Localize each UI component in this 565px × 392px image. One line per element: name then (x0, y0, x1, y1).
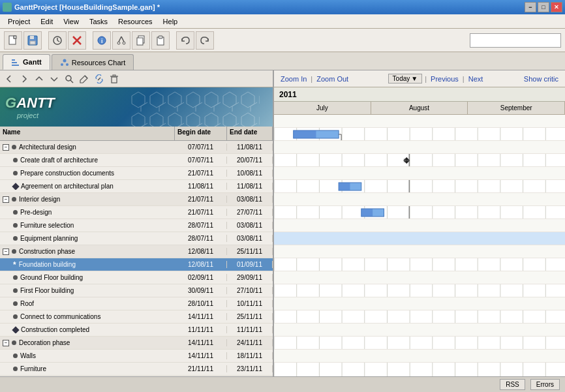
table-row[interactable]: Roof 28/10/11 10/11/11 (0, 297, 273, 310)
zoom-out-button[interactable]: Zoom Out (315, 75, 350, 83)
gantt-row[interactable] (274, 219, 565, 232)
expand-icon[interactable] (3, 196, 9, 203)
paste-button[interactable] (151, 31, 170, 50)
nav-down-button[interactable] (48, 72, 61, 85)
table-row[interactable]: Pre-design 21/07/11 27/07/11 (0, 206, 273, 219)
gantt-row[interactable] (274, 128, 565, 141)
task-begin-date: 21/11/11 (175, 365, 227, 372)
gantt-row[interactable] (274, 284, 565, 297)
task-dot (13, 367, 18, 371)
previous-button[interactable]: Previous (429, 75, 460, 83)
table-row[interactable]: Connect to communications 14/11/11 25/11… (0, 310, 273, 324)
task-name-label: Furniture selection (20, 222, 74, 229)
task-begin-date: 21/07/11 (175, 170, 227, 177)
next-button[interactable]: Next (467, 75, 485, 83)
menu-view[interactable]: View (58, 16, 84, 27)
delete-task-button[interactable] (108, 72, 121, 85)
svg-rect-4 (30, 41, 35, 44)
task-begin-date: 14/11/11 (175, 313, 227, 320)
nav-prev-button[interactable] (3, 72, 16, 85)
task-end-date: 03/08/11 (227, 222, 273, 229)
titlebar-left: GanttProject [HouseBuildingSample.gan] * (3, 3, 160, 12)
menu-edit[interactable]: Edit (35, 16, 58, 27)
show-critical-button[interactable]: Show critic (523, 75, 560, 83)
gantt-row[interactable] (274, 141, 565, 154)
gantt-row[interactable] (274, 245, 565, 258)
menu-help[interactable]: Help (158, 16, 183, 27)
maximize-button[interactable]: □ (538, 2, 549, 12)
minimize-button[interactable]: − (525, 2, 536, 12)
gantt-row[interactable] (274, 271, 565, 284)
redo-button[interactable] (196, 31, 214, 50)
gantt-row[interactable] (274, 115, 565, 128)
cut-button[interactable] (112, 31, 130, 50)
task-dot (12, 340, 16, 345)
errors-button[interactable]: Errors (530, 379, 560, 390)
gantt-row[interactable] (274, 324, 565, 337)
task-name-label: Agreement on architectural plan (21, 183, 114, 190)
table-row[interactable]: Decoration phase 14/11/11 24/11/11 (0, 337, 273, 350)
gantt-row[interactable] (274, 154, 565, 167)
search-input[interactable] (470, 33, 561, 48)
task-name-label: Walls (20, 352, 36, 359)
save-button[interactable] (23, 31, 42, 50)
svg-line-14 (119, 37, 121, 42)
table-row[interactable]: Equipment planning 28/07/11 03/08/11 (0, 232, 273, 245)
gantt-row[interactable] (274, 167, 565, 180)
table-row[interactable]: Construction phase 12/08/11 25/11/11 (0, 245, 273, 258)
delete-button[interactable] (68, 31, 86, 50)
edit-button[interactable] (78, 72, 91, 85)
table-row[interactable]: Construction completed 11/11/11 11/11/11 (0, 324, 273, 337)
resources-tab-icon (60, 58, 69, 67)
link-button[interactable] (93, 72, 106, 85)
table-row[interactable]: Furniture selection 28/07/11 03/08/11 (0, 219, 273, 232)
new-button[interactable] (4, 31, 22, 50)
table-row[interactable]: Architectural design 07/07/11 11/08/11 (0, 141, 273, 154)
gantt-row[interactable] (274, 310, 565, 324)
task-end-date: 10/08/11 (227, 170, 273, 177)
gantt-row[interactable] (274, 258, 565, 271)
task-name-label: Construction phase (19, 248, 75, 255)
nav-next-button[interactable] (18, 72, 31, 85)
table-row[interactable]: Interior design 21/07/11 03/08/11 (0, 193, 273, 206)
nav-up-button[interactable] (33, 72, 46, 85)
tab-resources-chart[interactable]: Resources Chart (52, 54, 134, 70)
tab-gantt[interactable]: Gantt (3, 54, 50, 70)
table-row[interactable]: Walls 14/11/11 18/11/11 (0, 350, 273, 363)
menu-project[interactable]: Project (3, 16, 35, 27)
gantt-row[interactable] (274, 297, 565, 310)
gantt-toolbar: Zoom In | Zoom Out Today ▼ | Previous | … (274, 70, 565, 87)
today-button[interactable]: Today ▼ (388, 74, 423, 83)
table-row[interactable]: * Foundation building 12/08/11 01/09/11 (0, 258, 273, 271)
close-button[interactable]: ✕ (551, 2, 562, 12)
zoom-in-button[interactable]: Zoom In (279, 75, 308, 83)
zoom-button[interactable] (63, 72, 76, 85)
gantt-row[interactable] (274, 337, 565, 350)
gantt-row[interactable] (274, 350, 565, 363)
table-row[interactable]: Agreement on architectural plan 11/08/11… (0, 180, 273, 193)
table-row[interactable]: Ground Floor building 02/09/11 29/09/11 (0, 271, 273, 284)
table-row[interactable]: Prepare construction documents 21/07/11 … (0, 167, 273, 180)
table-row[interactable]: Create draft of architecture 07/07/11 20… (0, 154, 273, 167)
task-name-label: Ground Floor building (20, 274, 83, 281)
table-row[interactable]: Furniture 21/11/11 23/11/11 (0, 363, 273, 376)
expand-icon[interactable] (3, 340, 9, 346)
clock-button[interactable] (48, 31, 67, 50)
menu-tasks[interactable]: Tasks (84, 16, 113, 27)
expand-icon[interactable] (3, 144, 9, 151)
undo-button[interactable] (176, 31, 194, 50)
info-button[interactable]: i (93, 31, 111, 50)
gantt-row-selected[interactable] (274, 232, 565, 245)
gantt-row[interactable] (274, 180, 565, 193)
table-row[interactable]: First Floor building 30/09/11 27/10/11 (0, 284, 273, 297)
svg-point-24 (61, 63, 63, 66)
menu-resources[interactable]: Resources (113, 16, 158, 27)
expand-icon[interactable] (3, 249, 9, 255)
gantt-row[interactable] (274, 206, 565, 219)
gantt-row[interactable] (274, 193, 565, 206)
task-end-date: 03/08/11 (227, 196, 273, 203)
rss-button[interactable]: RSS (500, 379, 525, 390)
task-end-date: 23/11/11 (227, 365, 273, 372)
table-row[interactable]: Bring your family here 28/11/11 28/11/11 (0, 376, 273, 376)
copy-button[interactable] (132, 31, 150, 50)
